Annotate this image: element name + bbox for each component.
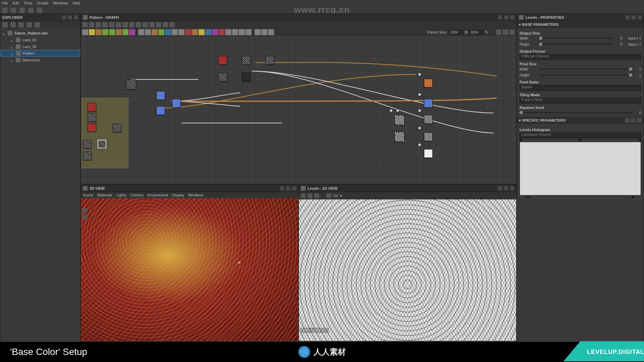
- pin-icon[interactable]: [626, 15, 630, 19]
- pin-icon[interactable]: [268, 29, 274, 35]
- node-icon[interactable]: [246, 29, 252, 35]
- graph-node[interactable]: [265, 56, 274, 65]
- parent-size-width[interactable]: 1024: [449, 30, 464, 35]
- node-icon[interactable]: [232, 29, 238, 35]
- tree-item-pattern[interactable]: Pattern: [0, 50, 80, 57]
- maximize-icon[interactable]: [504, 186, 508, 190]
- atomic-node-icon[interactable]: [82, 29, 88, 35]
- graph-node[interactable]: [88, 113, 96, 122]
- refresh2-icon[interactable]: [26, 22, 32, 27]
- refresh-icon[interactable]: [11, 8, 16, 13]
- opt-icon[interactable]: [625, 118, 630, 123]
- node-icon[interactable]: [96, 29, 102, 35]
- graph-node[interactable]: [424, 79, 433, 87]
- tree-item-resources[interactable]: Resources: [0, 57, 80, 63]
- pin-icon[interactable]: [498, 15, 502, 19]
- histogram-handle-in-mid[interactable]: [579, 139, 582, 141]
- menu-help[interactable]: Help: [73, 1, 80, 5]
- node-icon[interactable]: [138, 29, 144, 35]
- save-icon[interactable]: [28, 8, 34, 13]
- graph-node[interactable]: [83, 140, 92, 148]
- close-icon[interactable]: [638, 15, 642, 19]
- select-icon[interactable]: [169, 22, 175, 27]
- maximize-icon[interactable]: [632, 15, 636, 19]
- width-slider[interactable]: [539, 38, 613, 39]
- graph-node[interactable]: [424, 115, 433, 124]
- node-icon[interactable]: [122, 29, 128, 35]
- close-icon[interactable]: [292, 186, 296, 190]
- graph-node[interactable]: [83, 152, 92, 160]
- menu-environment[interactable]: Environment: [147, 193, 168, 197]
- fit-icon[interactable]: [116, 22, 121, 27]
- graph-dot[interactable]: [418, 143, 421, 146]
- menu-scene[interactable]: Scene: [83, 193, 93, 197]
- globe-icon[interactable]: [136, 22, 141, 27]
- move-icon[interactable]: [89, 22, 94, 27]
- menu-lights[interactable]: Lights: [116, 193, 126, 197]
- graph-dot[interactable]: [418, 109, 421, 112]
- menu-display[interactable]: Display: [172, 193, 184, 197]
- output-format-select[interactable]: 8 Bits per Channel: [520, 54, 641, 60]
- view3d-canvas[interactable]: [81, 198, 298, 341]
- pin-icon[interactable]: [498, 186, 502, 190]
- graph-node[interactable]: [88, 103, 96, 112]
- histogram-channel-select[interactable]: Luminance Channel: [520, 132, 641, 138]
- node-icon[interactable]: [165, 29, 171, 35]
- histogram-handle-in-white[interactable]: [638, 139, 642, 141]
- node-icon[interactable]: [219, 29, 225, 35]
- node-icon[interactable]: [145, 29, 151, 35]
- node-icon[interactable]: [102, 29, 108, 35]
- menu-file[interactable]: File: [2, 1, 8, 5]
- node-icon[interactable]: [239, 29, 245, 35]
- histogram-handle-out-white[interactable]: [631, 196, 634, 198]
- menu-tools[interactable]: Tools: [24, 1, 33, 5]
- new-icon[interactable]: [2, 22, 8, 27]
- graph-node[interactable]: [172, 99, 181, 108]
- link-icon[interactable]: [18, 22, 24, 27]
- settings-icon[interactable]: [35, 22, 40, 27]
- graph-dot[interactable]: [418, 126, 421, 130]
- histogram-handle-in-black[interactable]: [519, 139, 522, 141]
- node-icon[interactable]: [172, 29, 178, 35]
- opt-icon[interactable]: [631, 118, 636, 123]
- node-icon[interactable]: [116, 29, 122, 35]
- graph-node[interactable]: [88, 123, 96, 132]
- zoom-out-icon[interactable]: [109, 22, 114, 27]
- close-icon[interactable]: [510, 15, 514, 19]
- close-icon[interactable]: [510, 186, 514, 190]
- pixel-height-slider[interactable]: [539, 74, 632, 76]
- chevron-down-icon[interactable]: ▾: [340, 194, 342, 198]
- graph-dot[interactable]: [396, 109, 399, 112]
- specific-parameters-header[interactable]: ▾ SPECIFIC PARAMETERS: [517, 117, 644, 124]
- home-icon[interactable]: [2, 8, 7, 13]
- tree-root[interactable]: Fabric_Pattern.sbs: [0, 30, 80, 37]
- graph-node[interactable]: [424, 132, 433, 141]
- graph-node[interactable]: [394, 115, 405, 125]
- node-icon[interactable]: [225, 29, 231, 35]
- base-parameters-header[interactable]: ▾ BASE PARAMETERS: [517, 21, 644, 28]
- graph-node[interactable]: [424, 149, 433, 158]
- arrow1-icon[interactable]: [143, 22, 148, 27]
- graph-node[interactable]: [98, 140, 106, 148]
- node-icon[interactable]: [199, 29, 205, 35]
- node-icon[interactable]: [178, 29, 184, 35]
- pin-icon[interactable]: [280, 186, 284, 190]
- view-icon[interactable]: [503, 29, 508, 35]
- graph-node[interactable]: [424, 99, 433, 108]
- reload-icon[interactable]: [10, 22, 16, 27]
- node-icon[interactable]: [212, 29, 218, 35]
- pin-icon[interactable]: [62, 15, 66, 19]
- view2d-canvas[interactable]: 1024 x 1024 (x1): [299, 199, 516, 341]
- graph-dot[interactable]: [418, 93, 421, 96]
- node-icon[interactable]: [152, 29, 158, 35]
- histogram-view[interactable]: [520, 142, 641, 195]
- graph-node[interactable]: [242, 56, 251, 65]
- menu-materials[interactable]: Materials: [97, 193, 112, 197]
- menu-scripts[interactable]: Scripts: [37, 1, 48, 5]
- node-icon[interactable]: [129, 29, 135, 35]
- light-icon[interactable]: [82, 215, 87, 220]
- menu-edit[interactable]: Edit: [13, 1, 19, 5]
- frame-icon[interactable]: [82, 22, 88, 27]
- opt-icon[interactable]: [637, 118, 642, 123]
- copy-icon[interactable]: [314, 193, 319, 198]
